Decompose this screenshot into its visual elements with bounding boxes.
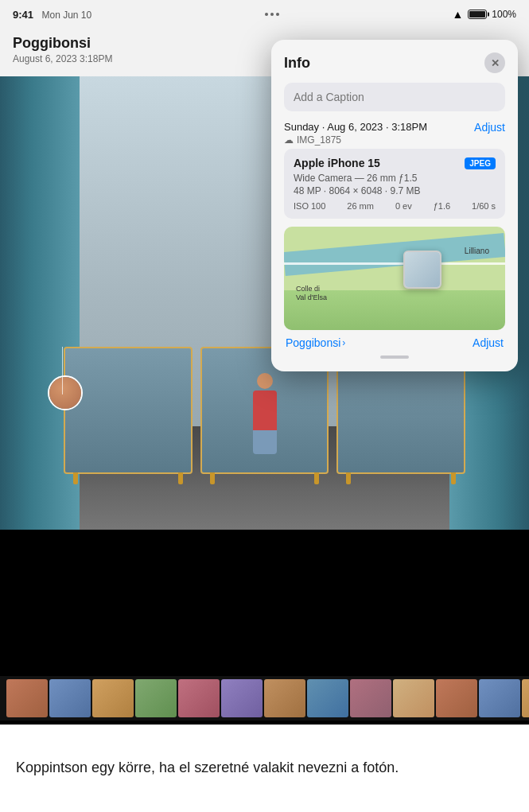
exif-aperture: ƒ1.6 <box>434 201 450 211</box>
file-name: IMG_1875 <box>297 134 341 146</box>
date-adjust-button[interactable]: Adjust <box>474 121 505 134</box>
wifi-icon: ▲ <box>452 8 463 21</box>
exif-iso: ISO 100 <box>294 201 325 211</box>
bottom-text-area: Koppintson egy körre, ha el szeretné val… <box>0 725 529 812</box>
thumbnail-item[interactable] <box>307 679 348 717</box>
cloud-icon: ☁ <box>284 134 294 146</box>
info-panel-title: Info <box>284 55 310 72</box>
map-pin-photo <box>405 252 440 287</box>
info-panel-header: Info ✕ <box>284 52 505 73</box>
face-circle-line <box>62 347 63 394</box>
camera-model: Apple iPhone 15 <box>294 157 380 169</box>
face-recognition-circle[interactable] <box>48 375 83 410</box>
thumbnail-item[interactable] <box>221 679 263 717</box>
person-body <box>253 390 277 430</box>
map-location-row: Poggibonsi › Adjust <box>284 336 505 349</box>
map-container[interactable]: Colle di Val d'Elsa Lilliano <box>284 227 505 330</box>
thumbnail-item[interactable] <box>178 679 220 717</box>
thumbnail-item[interactable] <box>393 679 434 717</box>
file-row: ☁ IMG_1875 <box>284 134 427 146</box>
person-figure <box>253 373 277 454</box>
chevron-right-icon: › <box>342 337 345 348</box>
map-label-colle: Colle di Val d'Elsa <box>296 285 327 302</box>
map-label-lilliano: Lilliano <box>465 247 489 255</box>
exif-row: ISO 100 26 mm 0 ev ƒ1.6 1/60 s <box>294 201 496 211</box>
exif-mm: 26 mm <box>347 201 374 211</box>
battery-percent: 100% <box>492 9 516 20</box>
person-legs <box>253 430 277 454</box>
camera-spec2: 48 MP · 8064 × 6048 · 9.7 MB <box>294 185 496 196</box>
thumbnail-item[interactable] <box>135 679 177 717</box>
map-background: Colle di Val d'Elsa Lilliano <box>284 227 505 330</box>
camera-info-card: Apple iPhone 15 JPEG Wide Camera — 26 mm… <box>284 149 505 219</box>
status-bar: 9:41 Mon Jun 10 ▲ 100% <box>0 0 529 29</box>
status-center-dots <box>265 13 279 16</box>
thumbnail-item[interactable] <box>522 679 529 717</box>
camera-spec1: Wide Camera — 26 mm ƒ1.5 <box>294 173 496 184</box>
sofa-left <box>64 347 193 474</box>
thumbnail-item[interactable] <box>92 679 134 717</box>
info-panel: Info ✕ Sunday · Aug 6, 2023 · 3:18PM ☁ I… <box>271 40 518 371</box>
status-date: Mon Jun 10 <box>41 10 91 21</box>
thumbnail-strip[interactable] <box>0 676 529 721</box>
exif-shutter: 1/60 s <box>472 201 496 211</box>
map-location-pin <box>403 251 441 289</box>
map-road <box>284 262 505 265</box>
info-close-button[interactable]: ✕ <box>484 52 505 73</box>
thumbnail-item[interactable] <box>49 679 91 717</box>
caption-input[interactable] <box>284 83 505 111</box>
date-text: Sunday · Aug 6, 2023 · 3:18PM <box>284 121 427 133</box>
thumbnail-item[interactable] <box>6 679 48 717</box>
date-row: Sunday · Aug 6, 2023 · 3:18PM ☁ IMG_1875… <box>284 121 505 146</box>
location-name[interactable]: Poggibonsi › <box>286 336 345 349</box>
face-circle-photo <box>49 377 81 409</box>
status-time-date: 9:41 Mon Jun 10 <box>13 7 91 21</box>
person-head <box>257 373 273 389</box>
status-time: 9:41 <box>13 9 33 21</box>
date-info: Sunday · Aug 6, 2023 · 3:18PM ☁ IMG_1875 <box>284 121 427 146</box>
status-right: ▲ 100% <box>452 8 516 21</box>
bottom-caption: Koppintson egy körre, ha el szeretné val… <box>16 758 399 778</box>
thumbnail-item[interactable] <box>479 679 520 717</box>
jpeg-badge: JPEG <box>465 157 496 169</box>
battery-icon <box>468 10 487 19</box>
drag-handle <box>380 355 409 359</box>
thumbnail-item[interactable] <box>350 679 391 717</box>
thumbnail-item[interactable] <box>436 679 477 717</box>
camera-model-row: Apple iPhone 15 JPEG <box>294 157 496 169</box>
home-indicator <box>217 801 313 804</box>
exif-ev: 0 ev <box>395 201 412 211</box>
thumbnail-item[interactable] <box>264 679 305 717</box>
location-adjust-button[interactable]: Adjust <box>473 336 504 349</box>
